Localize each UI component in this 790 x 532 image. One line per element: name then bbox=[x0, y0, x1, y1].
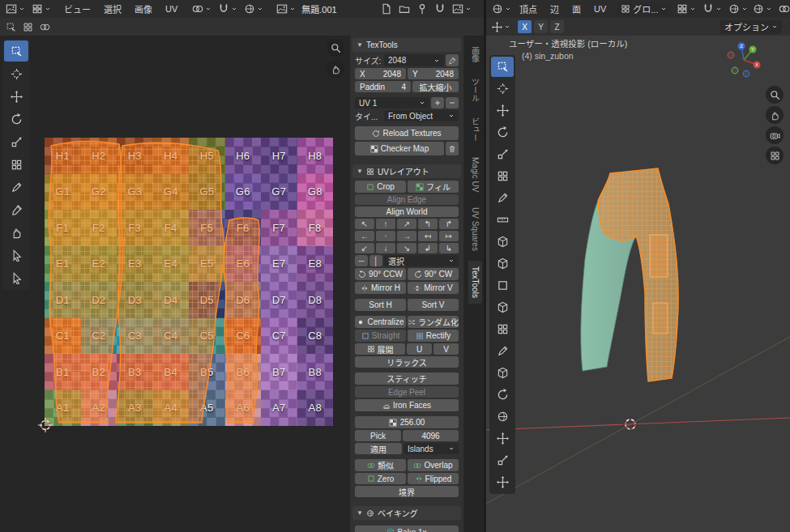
bevel-tool[interactable] bbox=[491, 297, 514, 317]
texel-mode-dropdown[interactable]: Islands bbox=[404, 443, 459, 454]
camera-view[interactable] bbox=[766, 126, 784, 144]
baking-section-header[interactable]: ▼ベイキング bbox=[352, 506, 461, 520]
pan-view[interactable] bbox=[327, 60, 344, 78]
align-vertical-toggle[interactable]: │ bbox=[369, 255, 382, 266]
align-turn-left-button[interactable]: ↲ bbox=[418, 243, 438, 253]
align-top-button[interactable]: ↑ bbox=[376, 219, 395, 229]
transform-tool[interactable] bbox=[4, 154, 28, 175]
snapping[interactable] bbox=[700, 2, 724, 16]
loop-cut-tool[interactable] bbox=[491, 319, 514, 339]
grab-tool[interactable] bbox=[4, 222, 28, 243]
uv-canvas-checker-map[interactable]: H1H2H3H4H5H6H7H8G1G2G3G4G5G6G7G8F1F2F3F4… bbox=[45, 138, 333, 426]
unwrap-u-button[interactable]: U bbox=[407, 343, 432, 355]
browse-image[interactable] bbox=[274, 2, 298, 16]
padding-field[interactable]: Paddin4 bbox=[355, 81, 411, 92]
snapping[interactable] bbox=[216, 2, 240, 16]
remove-uv-channel-button[interactable] bbox=[446, 97, 459, 109]
spin-tool[interactable] bbox=[491, 385, 514, 405]
pan-view[interactable] bbox=[766, 106, 784, 124]
tweak-select-tool[interactable] bbox=[4, 40, 28, 62]
mirror-h-button[interactable]: Mirror H bbox=[355, 282, 406, 294]
scale-uv-button[interactable]: 拡大縮小 bbox=[412, 81, 459, 92]
zoom-view[interactable] bbox=[327, 39, 344, 57]
edge-slide-tool[interactable] bbox=[491, 428, 514, 449]
tab-textools[interactable]: TexTools bbox=[468, 261, 482, 304]
eyedropper-button[interactable] bbox=[446, 54, 459, 66]
select-similar-button[interactable]: 類似 bbox=[355, 459, 406, 471]
proportional-editing[interactable] bbox=[489, 2, 514, 16]
knife-tool[interactable] bbox=[491, 341, 514, 361]
align-center-button[interactable]: · bbox=[376, 231, 395, 241]
smooth-tool[interactable] bbox=[491, 406, 514, 427]
proportional-editing[interactable] bbox=[241, 2, 266, 16]
annotate-tool[interactable] bbox=[4, 177, 28, 198]
stitch-button[interactable]: スティッチ bbox=[355, 372, 459, 385]
texel-apply-button[interactable]: 適用 bbox=[355, 443, 402, 454]
crop-button[interactable]: Crop bbox=[355, 181, 406, 193]
sort-h-button[interactable]: Sort H bbox=[355, 299, 406, 311]
menu-face[interactable]: 面 bbox=[566, 1, 587, 17]
sample-tool[interactable] bbox=[4, 199, 28, 220]
align-bottom-left-button[interactable]: ↙ bbox=[355, 243, 374, 253]
tab-view[interactable]: ビュー bbox=[467, 112, 484, 147]
mirror-z-toggle[interactable]: Z bbox=[550, 20, 564, 33]
unwrap-button[interactable]: 展開 bbox=[355, 343, 405, 355]
sort-v-button[interactable]: Sort V bbox=[408, 299, 459, 311]
texture-size-dropdown[interactable]: 2048 bbox=[384, 54, 444, 66]
shrink-fatten-tool[interactable] bbox=[491, 450, 514, 470]
pin-image[interactable] bbox=[414, 2, 430, 16]
tweak-select-tool[interactable] bbox=[491, 57, 514, 77]
texel-density-field[interactable]: 256.00 bbox=[355, 416, 459, 428]
options-dropdown[interactable]: オプション bbox=[720, 20, 782, 34]
snap-toggle[interactable] bbox=[432, 2, 448, 16]
open-image[interactable] bbox=[396, 2, 412, 16]
align-world-button[interactable]: Align World bbox=[355, 206, 459, 217]
relax-button[interactable]: リラックス bbox=[355, 356, 459, 368]
select-zero-button[interactable]: Zero bbox=[355, 473, 406, 484]
edge-peel-button[interactable]: Edge Peel bbox=[355, 386, 459, 398]
checker-map-button[interactable]: Checker Map bbox=[355, 142, 444, 155]
menu-image[interactable]: 画像 bbox=[129, 1, 158, 17]
align-selection-dropdown[interactable]: 選択 bbox=[384, 255, 459, 266]
select-flipped-button[interactable]: Flipped bbox=[408, 473, 459, 484]
align-top-right-button[interactable]: ↗ bbox=[397, 219, 416, 229]
menu-uv[interactable]: UV bbox=[588, 2, 612, 15]
tab-tool[interactable]: ツール bbox=[467, 72, 484, 108]
viewport-scene[interactable]: X Y Z bbox=[486, 36, 790, 532]
display-channels[interactable] bbox=[450, 2, 474, 16]
new-image[interactable] bbox=[378, 2, 395, 16]
delete-checker-button[interactable] bbox=[446, 142, 459, 155]
align-horizontal-toggle[interactable]: ─ bbox=[355, 255, 368, 266]
align-left-button[interactable]: ← bbox=[355, 231, 374, 241]
measure-tool[interactable] bbox=[491, 210, 514, 230]
cursor-tool[interactable] bbox=[491, 79, 514, 99]
menu-edge[interactable]: 辺 bbox=[544, 1, 565, 17]
scale-tool[interactable] bbox=[491, 144, 514, 164]
align-turn-right-button[interactable]: ↳ bbox=[439, 243, 459, 253]
shear-tool[interactable] bbox=[491, 472, 514, 492]
sync-selection[interactable] bbox=[190, 2, 214, 16]
scale-tool[interactable] bbox=[4, 131, 28, 152]
iron-faces-button[interactable]: Iron Faces bbox=[355, 399, 459, 411]
inset-faces-tool[interactable] bbox=[491, 275, 514, 296]
transform-tool[interactable] bbox=[491, 166, 514, 186]
menu-vertex[interactable]: 頂点 bbox=[514, 1, 543, 17]
select-boundary-button[interactable]: 境界 bbox=[355, 486, 459, 497]
checker-type-dropdown[interactable]: From Object bbox=[384, 110, 459, 121]
texel-size-field[interactable]: 4096 bbox=[403, 430, 459, 441]
move-tool[interactable] bbox=[4, 86, 28, 107]
add-uv-channel-button[interactable] bbox=[431, 97, 444, 109]
transform-orientation-dropdown[interactable]: グロ... bbox=[617, 2, 671, 16]
zoom-view[interactable] bbox=[766, 86, 784, 104]
mirror-v-button[interactable]: Mirror V bbox=[408, 282, 459, 294]
tab-uv-squares[interactable]: UV Squares bbox=[468, 202, 482, 257]
uv-channel-dropdown[interactable]: UV 1 bbox=[355, 97, 429, 109]
align-move-right-button[interactable]: ↦ bbox=[439, 231, 459, 241]
align-bottom-right-button[interactable]: ↘ bbox=[397, 243, 416, 253]
move-tool[interactable] bbox=[491, 100, 514, 121]
rotate-tool[interactable] bbox=[4, 109, 28, 130]
straight-button[interactable]: Straight bbox=[355, 330, 406, 342]
align-right-button[interactable]: → bbox=[397, 231, 416, 241]
relax-tool[interactable] bbox=[4, 245, 28, 266]
menu-uv[interactable]: UV bbox=[160, 2, 183, 15]
